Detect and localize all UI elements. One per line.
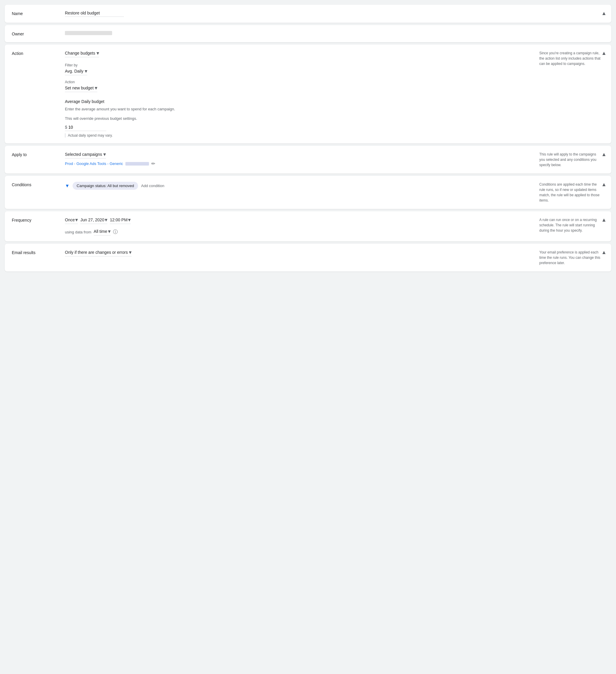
budget-desc2: This will override previous budget setti… [65,116,534,122]
frequency-row: Once ▾ Jun 27, 2020 ▾ 12:00 PM ▾ [65,217,534,224]
all-time-dropdown[interactable]: All time ▾ [94,229,111,235]
email-results-label: Email results [12,250,65,255]
edit-icon[interactable]: ✏ [151,161,155,166]
once-dropdown[interactable]: Once ▾ [65,217,78,224]
condition-chip[interactable]: Campaign status: All but removed [73,182,138,190]
currency-symbol: $ [65,125,67,129]
name-section: Name Restore old budget ▲ [5,5,611,23]
filter-by-dropdown[interactable]: Avg. Daily ▾ [65,69,87,75]
action-sub-label: Action [65,80,534,84]
time-dropdown[interactable]: 12:00 PM ▾ [110,217,131,224]
conditions-section: Conditions ▼ Campaign status: All but re… [5,176,611,209]
budget-input-wrap: $ [65,125,106,131]
frequency-section: Frequency Once ▾ Jun 27, 2020 ▾ 12:00 PM… [5,211,611,241]
campaign-row: Prod - Google Ads Tools - Generic ✏ [65,161,534,166]
using-data-label: using data from [65,230,92,234]
frequency-collapse-button[interactable]: ▲ [601,217,607,223]
owner-section: Owner [5,25,611,42]
once-arrow-icon: ▾ [75,217,78,223]
email-results-arrow-icon: ▾ [129,250,132,255]
name-value[interactable]: Restore old budget [65,11,124,17]
action-section: Action Change budgets ▾ Filter by Avg. D… [5,44,611,143]
frequency-info-text: A rule can run once or on a recurring sc… [539,217,604,233]
budget-input[interactable] [69,125,92,129]
apply-to-dropdown[interactable]: Selected campaigns ▾ [65,152,106,158]
action-collapse-button[interactable]: ▲ [601,50,607,56]
help-icon[interactable]: ⓘ [113,229,118,235]
conditions-row: ▼ Campaign status: All but removed Add c… [65,182,534,190]
budget-title: Average Daily budget [65,99,534,104]
name-label: Name [12,11,65,16]
name-collapse-button[interactable]: ▲ [601,11,607,16]
filter-by-label: Filter by [65,63,534,67]
owner-label: Owner [12,31,65,36]
filter-by-arrow-icon: ▾ [85,69,87,74]
apply-to-collapse-button[interactable]: ▲ [601,152,607,157]
apply-to-section: Apply to Selected campaigns ▾ Prod - Goo… [5,146,611,174]
email-results-section: Email results Only if there are changes … [5,244,611,271]
action-sub-arrow-icon: ▾ [95,85,97,91]
actual-spend-note: Actual daily spend may vary. [65,133,534,137]
email-results-info-text: Your email preference is applied each ti… [539,250,604,265]
apply-to-arrow-icon: ▾ [103,152,106,157]
action-dropdown[interactable]: Change budgets ▾ [65,50,99,57]
apply-to-label: Apply to [12,152,65,157]
conditions-collapse-button[interactable]: ▲ [601,182,607,187]
filter-icon: ▼ [65,183,70,189]
all-time-arrow-icon: ▾ [108,229,111,234]
conditions-info-text: Conditions are applied each time the rul… [539,182,604,203]
apply-to-info-text: This rule will apply to the campaigns yo… [539,152,604,167]
email-results-dropdown[interactable]: Only if there are changes or errors ▾ [65,250,132,256]
action-sub-dropdown[interactable]: Set new budget ▾ [65,85,97,92]
date-dropdown[interactable]: Jun 27, 2020 ▾ [80,217,107,224]
email-results-collapse-button[interactable]: ▲ [601,250,607,255]
campaign-link[interactable]: Prod - Google Ads Tools - Generic [65,161,123,166]
add-condition-button[interactable]: Add condition [141,184,164,188]
frequency-label: Frequency [12,217,65,223]
owner-value-blurred [65,31,112,35]
campaign-blurred [125,162,149,165]
using-data-row: using data from All time ▾ ⓘ [65,229,534,235]
time-arrow-icon: ▾ [128,217,131,223]
action-label: Action [12,50,65,56]
date-arrow-icon: ▾ [105,217,107,223]
budget-desc1: Enter the average amount you want to spe… [65,106,534,112]
action-dropdown-arrow-icon: ▾ [97,50,99,56]
conditions-label: Conditions [12,182,65,187]
action-info-text: Since you're creating a campaign rule, t… [539,50,604,67]
